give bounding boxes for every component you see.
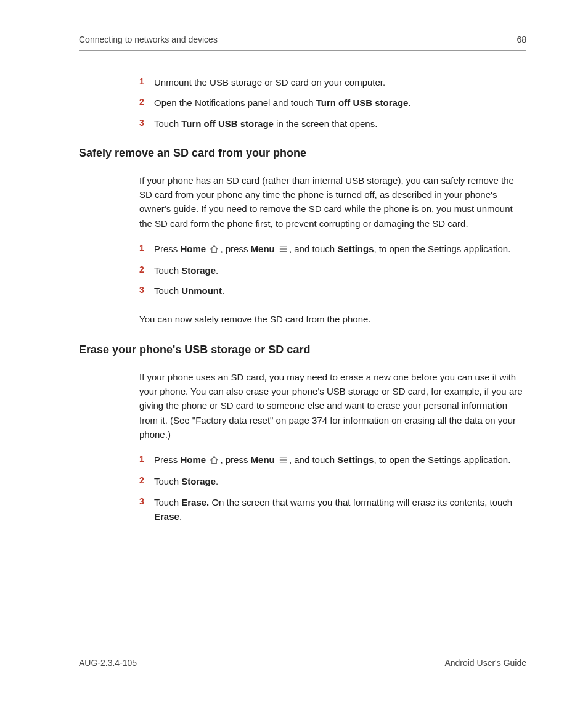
step-text: Touch Erase. On the screen that warns yo… <box>154 497 512 522</box>
step-item: 1Press Home , press Menu , and touch Set… <box>139 453 526 468</box>
step-number: 3 <box>139 495 144 509</box>
step-number: 1 <box>139 75 144 89</box>
step-text: Touch Unmount. <box>154 285 224 296</box>
home-icon <box>210 243 219 257</box>
section1-paragraph: If your phone has an SD card (rather tha… <box>139 173 526 231</box>
step-text: Press Home , press Menu , and touch Sett… <box>154 244 510 254</box>
section1-after-text: You can now safely remove the SD card fr… <box>139 312 526 326</box>
step-item: 1Press Home , press Menu , and touch Set… <box>139 242 526 257</box>
step-number: 1 <box>139 242 144 255</box>
step-item: 2Touch Storage. <box>139 474 526 488</box>
step-item: 3Touch Unmount. <box>139 284 526 298</box>
section1-steps-list: 1Press Home , press Menu , and touch Set… <box>139 242 526 298</box>
step-number: 3 <box>139 117 144 130</box>
step-text: Touch Storage. <box>154 265 218 276</box>
step-number: 2 <box>139 263 144 277</box>
doc-id: AUG-2.3.4-105 <box>79 658 137 668</box>
section2-steps-list: 1Press Home , press Menu , and touch Set… <box>139 453 526 523</box>
home-icon <box>210 454 219 468</box>
step-text: Unmount the USB storage or SD card on yo… <box>154 77 385 88</box>
section-heading-erase: Erase your phone's USB storage or SD car… <box>79 343 526 356</box>
step-text: Touch Storage. <box>154 476 218 486</box>
section2-paragraph: If your phone uses an SD card, you may n… <box>139 370 526 441</box>
step-item: 3Touch Turn off USB storage in the scree… <box>139 117 526 131</box>
step-number: 2 <box>139 96 144 109</box>
menu-icon <box>279 243 288 257</box>
top-steps-list: 1Unmount the USB storage or SD card on y… <box>139 75 526 131</box>
page-content: 1Unmount the USB storage or SD card on y… <box>79 75 526 523</box>
step-text: Open the Notifications panel and touch T… <box>154 97 411 108</box>
page-footer: AUG-2.3.4-105 Android User's Guide <box>79 658 526 668</box>
step-number: 1 <box>139 453 144 466</box>
menu-icon <box>279 454 288 468</box>
step-number: 3 <box>139 284 144 297</box>
step-item: 2Touch Storage. <box>139 263 526 277</box>
step-item: 1Unmount the USB storage or SD card on y… <box>139 75 526 89</box>
step-text: Press Home , press Menu , and touch Sett… <box>154 454 510 465</box>
section-heading-safely-remove: Safely remove an SD card from your phone <box>79 147 526 160</box>
chapter-title: Connecting to networks and devices <box>79 35 218 44</box>
step-text: Touch Turn off USB storage in the screen… <box>154 118 377 129</box>
step-item: 2Open the Notifications panel and touch … <box>139 96 526 110</box>
step-number: 2 <box>139 474 144 488</box>
page-header: Connecting to networks and devices 68 <box>79 35 526 51</box>
step-item: 3Touch Erase. On the screen that warns y… <box>139 495 526 524</box>
page-number: 68 <box>517 35 526 44</box>
doc-title: Android User's Guide <box>444 658 526 668</box>
